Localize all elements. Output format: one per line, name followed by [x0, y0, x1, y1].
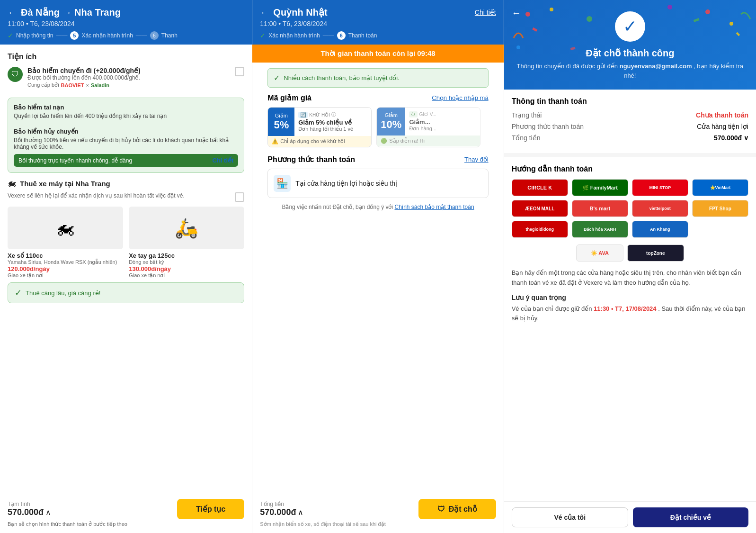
svg-point-4 [729, 22, 733, 26]
privacy-link[interactable]: Chính sách bảo mật thanh toán [395, 204, 474, 210]
change-payment-link[interactable]: Thay đổi [464, 156, 489, 163]
book-button[interactable]: 🛡 Đặt chỗ [418, 499, 496, 519]
footer-price-2: 570.000đ [260, 507, 296, 517]
store-tgdd: thegioididong [512, 221, 568, 238]
pi-row-status: Trạng thái Chưa thanh toán [512, 111, 748, 119]
back-arrow-1[interactable]: ← [8, 7, 17, 18]
panel-2-body: ✓ Nhiều cách thanh toán, bảo mật tuyệt đ… [252, 63, 503, 493]
panel-1-body: Tiện ích 🛡 Bảo hiểm chuyến đi (+20.000đ/… [0, 45, 252, 493]
bike-card-1: 🏍 Xe số 110cc Yamaha Sirius, Honda Wave … [8, 207, 123, 279]
shield-icon: 🛡 [437, 505, 445, 514]
detail-link[interactable]: Chi tiết [213, 157, 234, 164]
panel-2: ← Quỳnh Nhật Chi tiết 11:00 • T6, 23/08/… [252, 0, 504, 533]
step-bar-1: ✓ Nhập thông tin —— 5 Xác nhận hành trìn… [8, 31, 244, 40]
svg-rect-7 [736, 32, 739, 36]
footer-note-2: Sớm nhận biển số xe, số điện thoại tài x… [260, 521, 496, 527]
payment-method-item: 🏪 Tại cửa hàng tiện lợi hoặc siêu thị [267, 169, 488, 198]
svg-point-0 [525, 12, 530, 17]
panel-2-footer: Tổng tiền 570.000đ ∧ 🛡 Đặt chỗ Sớm nhận … [252, 493, 503, 533]
store-fptshop: FPT Shop [692, 200, 748, 217]
motorbike-subtitle: Vexere sẽ liên hệ lại để xác nhận dịch v… [8, 192, 185, 199]
store-ankang: An Khang [632, 221, 688, 238]
payment-method-icon: 🏪 [274, 175, 291, 192]
motorbike-checkbox[interactable] [235, 192, 244, 202]
payment-section: Phương thức thanh toán Thay đổi 🏪 Tại cử… [260, 147, 496, 198]
promo-banner: ✓ Thuê càng lâu, giá càng rẻ! [8, 282, 244, 303]
route-time-2: 11:00 • T6, 23/08/2024 [260, 20, 496, 27]
payment-info-title: Thông tin thanh toán [512, 97, 748, 106]
back-arrow-2[interactable]: ← [260, 7, 269, 18]
step-num-5: 5 [70, 31, 79, 40]
payment-title: Phương thức thanh toán [267, 155, 355, 164]
step-bar-2: ✓ Xác nhận hành trình —— 6 Thanh toán [260, 31, 496, 40]
discount-card-1[interactable]: Giảm 5% 🔄 KHỨ HỒI ⓘ Giảm 5% chiều về Đơn… [267, 107, 372, 147]
discount-section: Mã giảm giá Chọn hoặc nhập mã Giảm 5% 🔄 [260, 88, 496, 147]
info-green-bar: ✓ Nhiều cách thanh toán, bảo mật tuyệt đ… [267, 68, 488, 88]
insurance-footer: Bồi thường trực tuyến nhanh chóng, dễ dà… [14, 154, 238, 167]
success-header: ← ✓ Đặt chỗ thành công Thông tin chuyến … [504, 0, 756, 90]
svg-point-3 [705, 9, 710, 14]
store-ava: ☀️ AVA [576, 244, 623, 262]
motorbike-grid: 🏍 Xe số 110cc Yamaha Sirius, Honda Wave … [8, 207, 244, 279]
accident-title: Bảo hiểm tai nạn [14, 104, 238, 111]
discount-card-2[interactable]: Giảm 10% ⏱ GIỜ V... Giảm... Đơn hàng... [376, 107, 480, 147]
pi-row-total: Tổng tiền 570.000đ ∨ [512, 134, 748, 142]
panel-1-footer: Tạm tính 570.000đ ∧ Tiếp tục Bạn sẽ chọn… [0, 493, 252, 533]
panel-3-body: Thông tin thanh toán Trạng thái Chưa tha… [504, 90, 756, 501]
detail-link-2[interactable]: Chi tiết [475, 9, 496, 16]
success-email: nguyenvana@gmail.com [620, 63, 692, 70]
store-logos-grid: CIRCLE K 🌿 FamilyMart MINI STOP ⭐VinMart… [512, 179, 748, 238]
motorbike-section: 🏍 Thuê xe máy tại Nha Trang Vexere sẽ li… [8, 179, 244, 303]
svg-point-8 [667, 5, 672, 9]
accident-text: Quyền lợi bảo hiểm lên đến 400 triệu đồn… [14, 113, 238, 119]
cancel-text: Bồi thường 100% tiền vé nếu chuyến đi bị… [14, 137, 238, 150]
footer-label-1: Tạm tính [8, 501, 51, 507]
bike-img-1: 🏍 [8, 207, 123, 249]
agree-text: Bằng việc nhấn nút Đặt chỗ, bạn đồng ý v… [260, 204, 496, 210]
discount-cards: Giảm 5% 🔄 KHỨ HỒI ⓘ Giảm 5% chiều về Đơn… [267, 107, 488, 147]
timer-bar: Thời gian thanh toán còn lại 09:48 [252, 45, 503, 63]
insurance-title: Bảo hiểm chuyến đi (+20.000đ/ghế) [27, 67, 230, 74]
svg-rect-5 [532, 27, 537, 32]
insurance-checkbox[interactable] [235, 67, 244, 76]
insurance-subtitle: Được bồi thường lên đến 400.000.000đ/ghế… [27, 74, 230, 81]
svg-rect-6 [693, 18, 699, 22]
insurance-icon: 🛡 [8, 67, 23, 82]
store-bachhoaxanh: Bách hóa XANH [572, 221, 628, 238]
store-logos-row2: ☀️ AVA topZone [512, 244, 748, 262]
guide-title: Hướng dẫn thanh toán [512, 164, 748, 173]
guide-section: Hướng dẫn thanh toán CIRCLE K 🌿 FamilyMa… [504, 157, 756, 331]
svg-point-2 [587, 16, 592, 22]
passenger-name: Quỳnh Nhật [273, 7, 327, 18]
success-check-icon: ✓ [615, 11, 645, 42]
store-bsmart: B's mart [572, 200, 628, 217]
route-time-1: 11:00 • T6, 23/08/2024 [8, 20, 244, 27]
store-viettelpost: viettelpost [632, 200, 688, 217]
store-aeon: ÆEON MALL [512, 200, 568, 217]
panel-1: ← Đà Nẵng → Nha Trang 11:00 • T6, 23/08/… [0, 0, 252, 533]
note-text: Vé của bạn chỉ được giữ đến 11:30 • T7, … [512, 304, 748, 324]
note-time: 11:30 • T7, 17/08/2024 [594, 305, 656, 312]
footer-price-1: 570.000đ [8, 507, 44, 517]
cancel-title: Bảo hiểm hủy chuyến [14, 128, 238, 135]
back-arrow-3[interactable]: ← [512, 8, 521, 18]
store-topzone: topZone [627, 244, 684, 262]
insurance-item-1: 🛡 Bảo hiểm chuyến đi (+20.000đ/ghế) Được… [8, 67, 244, 93]
store-familymart: 🌿 FamilyMart [572, 179, 628, 196]
panel-2-header: ← Quỳnh Nhật Chi tiết 11:00 • T6, 23/08/… [252, 0, 503, 45]
step-label-1: Nhập thông tin [16, 32, 53, 39]
book-return-button[interactable]: Đặt chiều về [633, 507, 748, 527]
discount-link[interactable]: Chọn hoặc nhập mã [432, 94, 488, 101]
store-circlek: CIRCLE K [512, 179, 568, 196]
success-subtitle: Thông tin chuyến đi đã được gửi đến nguy… [512, 62, 748, 80]
my-ticket-button[interactable]: Vé của tôi [512, 507, 628, 527]
insurance-providers: Cung cấp bởi BAOVIET × Saladin [27, 82, 230, 88]
svg-point-1 [550, 8, 553, 11]
continue-button[interactable]: Tiếp tục [177, 499, 244, 519]
pi-row-method: Phương thức thanh toán Cửa hàng tiện lợi [512, 123, 748, 130]
footer-label-2: Tổng tiền [260, 501, 303, 507]
section-title-1: Tiện ích [8, 52, 244, 61]
panel-1-header: ← Đà Nẵng → Nha Trang 11:00 • T6, 23/08/… [0, 0, 252, 45]
panel-3-footer: Vé của tôi Đặt chiều về [504, 501, 756, 533]
insurance-green-box: Bảo hiểm tai nạn Quyền lợi bảo hiểm lên … [8, 98, 244, 173]
